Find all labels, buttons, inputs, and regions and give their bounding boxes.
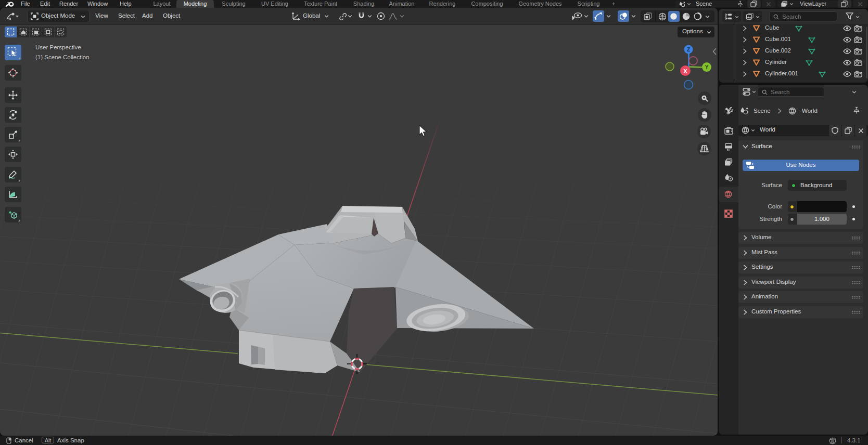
svg-text:Y: Y (705, 64, 709, 70)
svg-text:Z: Z (687, 47, 690, 53)
svg-text:X: X (683, 68, 687, 74)
